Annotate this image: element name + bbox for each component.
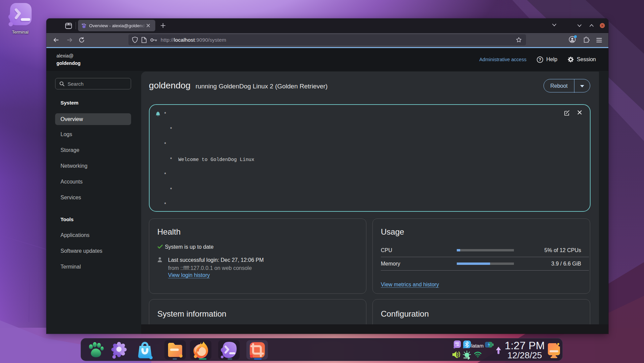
svg-text:?: ?: [539, 57, 541, 62]
